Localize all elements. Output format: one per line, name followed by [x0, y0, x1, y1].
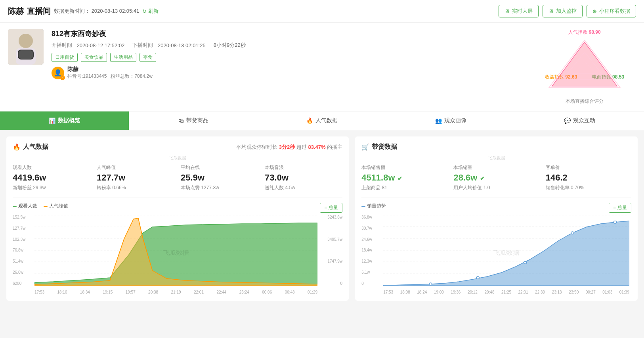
score-section: 人气指数 98.90 收益指数 92.63 电商指数 98.53 本场直播综合评… — [533, 29, 636, 105]
fire-icon: 🔥 — [306, 117, 313, 124]
stat-avg-order: 客单价 146.2 销售转化率 0.70% — [546, 164, 631, 191]
host-meta: 抖音号:191433445 粉丝总数：7084.2w — [67, 73, 153, 80]
y-labels-commerce: 36.8w 30.7w 24.6w 18.4w 12.3w 6.1w 0 — [361, 215, 381, 286]
radar-chart: 人气指数 98.90 收益指数 92.63 电商指数 98.53 — [541, 29, 628, 96]
refresh-button[interactable]: ↻ 刷新 — [142, 8, 159, 15]
tag-living: 生活用品 — [110, 53, 136, 62]
miniapp-button[interactable]: ⊕ 小程序看数据 — [587, 5, 636, 17]
bag-icon-title: 🛒 — [361, 143, 369, 151]
svg-rect-4 — [19, 50, 33, 59]
monitor-add-icon: 🖥 — [548, 8, 554, 14]
watermark-left: 飞瓜数据 — [13, 155, 342, 161]
legend-sales-trend: 销量趋势 — [361, 203, 386, 209]
header-actions: 🖥 实时大屏 🖥 加入监控 ⊕ 小程序看数据 — [499, 5, 636, 17]
main-content: 🔥 人气数据 平均观众停留时长 3分2秒 超过 83.47% 的播主 飞瓜数据 … — [0, 130, 644, 307]
start-time-label: 开播时间 2020-08-12 17:52:02 — [52, 42, 124, 49]
popularity-stats: 观看人数 4419.6w 新增粉丝 29.3w 人气峰值 127.7w 转粉率 … — [13, 164, 342, 191]
popularity-chart: 152.5w 127.7w 102.3w 76.8w 51.4w 26.0w 6… — [13, 215, 342, 294]
audience-icon: 👥 — [435, 117, 442, 124]
chart-icon: 📊 — [49, 117, 55, 124]
legend-dot-green — [13, 206, 17, 207]
legend-dot-blue — [361, 206, 365, 207]
profile-info: 812有东西奇妙夜 开播时间 2020-08-12 17:52:02 下播时间 … — [52, 29, 525, 80]
svg-point-24 — [429, 283, 432, 285]
stat-sound-wave: 本场音浪 73.0w 送礼人数 4.5w — [265, 164, 342, 191]
page-subtitle: 直播间 — [27, 6, 51, 17]
stat-viewers: 观看人数 4419.6w 新增粉丝 29.3w — [13, 164, 90, 191]
chart-legend-icon: ≡ — [324, 205, 327, 211]
popularity-panel: 🔥 人气数据 平均观众停留时长 3分2秒 超过 83.47% 的播主 飞瓜数据 … — [6, 136, 349, 301]
overall-score-label: 本场直播综合评分 — [566, 98, 604, 105]
miniapp-icon: ⊕ — [592, 8, 597, 14]
avg-stay-subtitle: 平均观众停留时长 3分2秒 超过 83.47% 的播主 — [236, 144, 342, 151]
tab-products[interactable]: 🛍 带货商品 — [129, 111, 258, 130]
y-labels-left: 152.5w 127.7w 102.3w 76.8w 51.4w 26.0w 6… — [13, 215, 32, 286]
start-time-value: 2020-08-12 17:52:02 — [77, 42, 125, 48]
popularity-panel-title: 🔥 人气数据 — [13, 143, 48, 151]
verified-icon-1: ✔ — [480, 175, 485, 182]
chart-controls-right: 销量趋势 ≡ 总量 — [361, 203, 631, 213]
verified-icon-0: ✔ — [397, 175, 402, 182]
tags-list: 日用百货 美食饮品 生活用品 零食 — [52, 53, 525, 62]
total-button-left[interactable]: ≡ 总量 — [320, 203, 342, 213]
duration-value: 8小时9分22秒 — [214, 42, 246, 49]
realtime-screen-button[interactable]: 🖥 实时大屏 — [499, 5, 539, 17]
commerce-panel: 🛒 带货数据 飞瓜数据 本场销售额 4511.8w ✔ 上架商品 81 本场销量 — [355, 136, 638, 301]
y-labels-right: 5243.6w 3495.7w 1747.9w 0 — [319, 215, 342, 286]
stream-meta: 开播时间 2020-08-12 17:52:02 下播时间 2020-08-13… — [52, 42, 525, 49]
tab-overview[interactable]: 📊 数据概览 — [0, 111, 129, 130]
tabs-nav: 📊 数据概览 🛍 带货商品 🔥 人气数据 👥 观众画像 💬 观众互动 — [0, 111, 644, 130]
host-info: 👤 ✓ 陈赫 抖音号:191433445 粉丝总数：7084.2w — [52, 66, 525, 80]
data-update-label: 数据更新时间： 2020-08-13 02:05:41 — [54, 8, 139, 15]
stream-title: 812有东西奇妙夜 — [52, 29, 525, 38]
stat-sales-amount: 本场销售额 4511.8w ✔ 上架商品 81 — [361, 164, 447, 191]
tab-interaction[interactable]: 💬 观众互动 — [515, 111, 644, 130]
monitor-icon: 🖥 — [504, 8, 510, 14]
end-time-value: 2020-08-13 02:01:25 — [158, 42, 206, 48]
interaction-icon: 💬 — [564, 117, 571, 124]
legend-viewers: 观看人数 — [13, 203, 37, 209]
stat-peak: 人气峰值 127.7w 转粉率 0.66% — [97, 164, 174, 191]
avatar-image — [8, 29, 44, 65]
refresh-icon: ↻ — [142, 8, 147, 14]
svg-text:飞瓜数据: 飞瓜数据 — [493, 250, 519, 255]
chart-legend-icon-right: ≡ — [613, 205, 616, 211]
tab-popularity[interactable]: 🔥 人气数据 — [258, 111, 386, 130]
svg-point-26 — [524, 261, 527, 264]
end-time-label: 下播时间 2020-08-13 02:01:25 — [132, 42, 205, 49]
header: 陈赫 直播间 数据更新时间： 2020-08-13 02:05:41 ↻ 刷新 … — [0, 0, 644, 23]
commerce-chart-svg: 飞瓜数据 — [383, 215, 629, 286]
svg-point-25 — [476, 277, 479, 279]
update-time: 2020-08-13 02:05:41 — [92, 8, 140, 14]
total-button-right[interactable]: ≡ 总量 — [609, 203, 631, 213]
popularity-score-label: 人气指数 98.90 — [568, 29, 600, 36]
x-labels-right: 17:53 18:08 18:24 19:00 19:36 20:12 20:4… — [383, 290, 629, 294]
stat-sales-count: 本场销量 28.6w ✔ 用户人均价值 1.0 — [453, 164, 539, 191]
svg-marker-6 — [552, 42, 617, 86]
tag-snack: 零食 — [140, 53, 156, 62]
chart-controls-left: 观看人数 人气峰值 ≡ 总量 — [13, 203, 342, 213]
legend-dot-yellow — [44, 206, 48, 207]
x-labels-left: 17:53 18:10 18:34 19:15 19:57 20:38 21:1… — [34, 290, 317, 294]
chart-legend-right: 销量趋势 — [361, 203, 386, 209]
verified-badge: ✓ — [60, 75, 65, 80]
tab-audience[interactable]: 👥 观众画像 — [386, 111, 515, 130]
bag-icon: 🛍 — [178, 117, 184, 124]
watermark-right: 飞瓜数据 — [361, 155, 631, 161]
chart-svg-container: 飞瓜数据 — [34, 215, 317, 286]
commerce-chart: 36.8w 30.7w 24.6w 18.4w 12.3w 6.1w 0 — [361, 215, 631, 294]
svg-point-27 — [571, 232, 574, 234]
header-left: 陈赫 直播间 数据更新时间： 2020-08-13 02:05:41 ↻ 刷新 — [8, 6, 159, 17]
tag-daily: 日用百货 — [52, 53, 78, 62]
fire-icon-title: 🔥 — [13, 143, 21, 151]
stream-avatar — [8, 29, 44, 65]
popularity-panel-header: 🔥 人气数据 平均观众停留时长 3分2秒 超过 83.47% 的播主 — [13, 143, 342, 151]
chart-legend-left: 观看人数 人气峰值 — [13, 203, 68, 209]
add-monitor-button[interactable]: 🖥 加入监控 — [543, 5, 583, 17]
svg-point-1 — [19, 34, 33, 48]
host-name: 陈赫 — [67, 66, 153, 73]
host-avatar: 👤 ✓ — [52, 67, 64, 79]
tag-food: 美食饮品 — [81, 53, 107, 62]
svg-point-28 — [614, 221, 617, 223]
profile-section: 812有东西奇妙夜 开播时间 2020-08-12 17:52:02 下播时间 … — [0, 23, 644, 111]
